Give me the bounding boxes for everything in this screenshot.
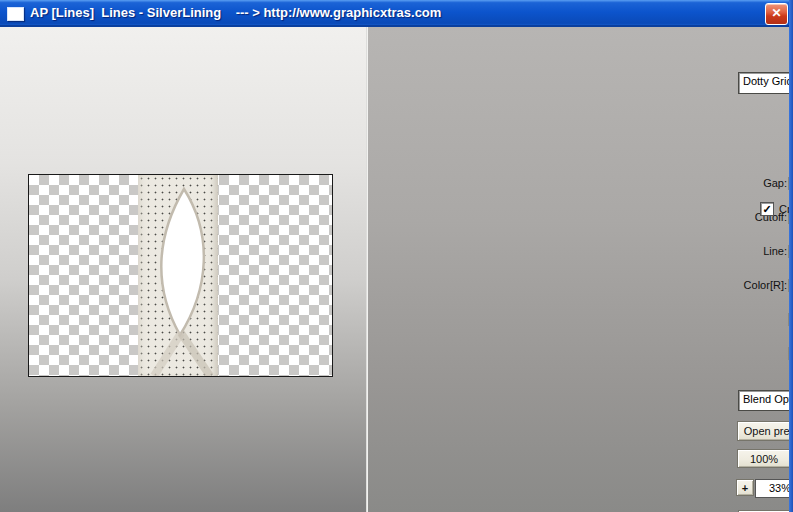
zoom-level-field[interactable]: 33% <box>755 479 793 498</box>
checkbox-check-icon[interactable]: ✓ <box>760 202 774 216</box>
blend-dropdown-value: Blend Opti <box>743 393 791 405</box>
window-right-border <box>789 0 793 512</box>
preview-panel <box>0 27 366 512</box>
open-preset-button[interactable]: Open preset <box>737 421 793 441</box>
plugin-dialog-window: AP [Lines] Lines - SilverLining --- > ht… <box>0 0 793 512</box>
close-button[interactable]: ✕ <box>765 3 788 25</box>
zoom-100-button[interactable]: 100% <box>737 449 791 468</box>
app-icon <box>7 7 24 21</box>
controls-panel: Dotty Grid ▼ Gap: ◄ ► Cutoff: ◄ ► Line: … <box>366 27 790 512</box>
window-title: AP [Lines] Lines - SilverLining --- > ht… <box>30 5 441 20</box>
dotty-grid-band <box>138 175 218 376</box>
preset-dropdown-value: Dotty Grid <box>743 75 793 87</box>
leaf-shape-graphic <box>138 175 218 376</box>
zoom-in-button[interactable]: + <box>736 479 754 496</box>
blend-options-dropdown[interactable]: Blend Opti ▼ <box>738 390 793 411</box>
slider-label: Line: <box>735 245 787 258</box>
slider-label: Gap: <box>735 177 787 190</box>
title-bar[interactable]: AP [Lines] Lines - SilverLining --- > ht… <box>0 0 793 27</box>
preset-dropdown[interactable]: Dotty Grid ▼ <box>738 72 793 94</box>
slider-label: Color[R]: <box>735 279 787 292</box>
image-preview[interactable] <box>28 174 333 377</box>
